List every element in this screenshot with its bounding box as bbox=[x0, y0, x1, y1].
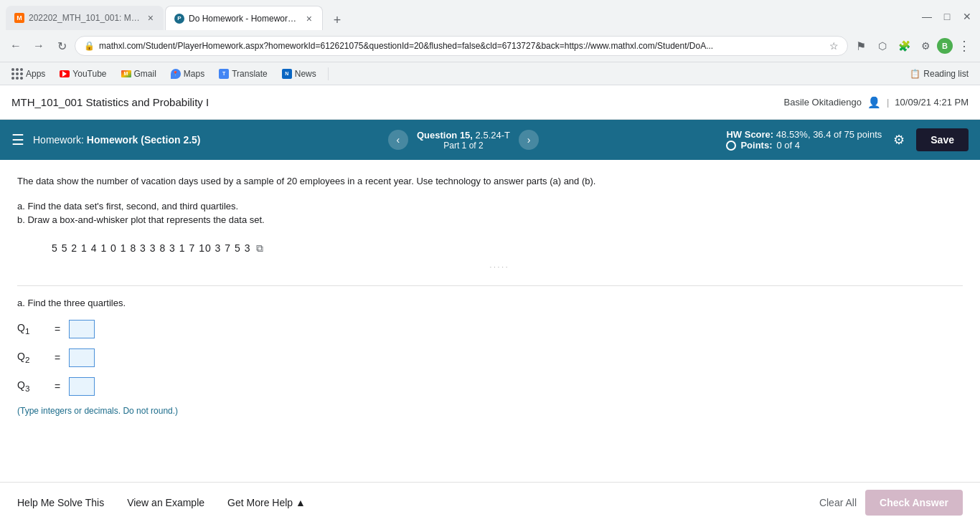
bookmarks-divider bbox=[328, 67, 329, 80]
q3-input[interactable] bbox=[69, 377, 95, 396]
tab2-close[interactable]: × bbox=[305, 11, 314, 26]
question-label: Question 15, bbox=[417, 130, 473, 141]
puzzle-icon[interactable]: ⚙ bbox=[915, 36, 936, 56]
q3-equals: = bbox=[55, 381, 60, 392]
part-b-label: b. Draw a box-and-whisker plot that repr… bbox=[17, 214, 963, 225]
user-name: Basile Okitadiengo bbox=[784, 97, 862, 108]
data-values: 5 5 2 1 4 1 0 1 8 3 3 8 3 1 7 10 3 7 5 3 bbox=[52, 242, 250, 254]
q1-label: Q1 bbox=[17, 322, 46, 336]
save-button[interactable]: Save bbox=[916, 128, 969, 151]
bookmark-apps-label: Apps bbox=[26, 69, 45, 79]
bookmark-apps[interactable]: Apps bbox=[6, 66, 51, 82]
points-circle-icon bbox=[726, 141, 736, 151]
data-values-row: 5 5 2 1 4 1 0 1 8 3 3 8 3 1 7 10 3 7 5 3… bbox=[52, 242, 963, 255]
q1-subscript: 1 bbox=[25, 326, 29, 336]
reading-list-icon: 📋 bbox=[910, 69, 920, 79]
score-section: HW Score: 48.53%, 36.4 of 75 points Poin… bbox=[726, 129, 882, 151]
q2-letter: Q bbox=[17, 351, 25, 362]
reading-list-button[interactable]: 📋 Reading list bbox=[904, 67, 974, 81]
main-content: The data show the number of vacation day… bbox=[0, 160, 980, 447]
q3-label: Q3 bbox=[17, 379, 46, 393]
bookmark-gmail[interactable]: M Gmail bbox=[116, 67, 162, 81]
youtube-icon bbox=[60, 70, 70, 77]
address-text: mathxl.com/Student/PlayerHomework.aspx?h… bbox=[99, 41, 825, 51]
q2-label: Q2 bbox=[17, 351, 46, 364]
hw-score-detail: 36.4 of 75 points bbox=[813, 129, 882, 140]
tab-1[interactable]: M 202202_MTH_101_001: MyLab St... × bbox=[6, 6, 164, 30]
browser-chrome: M 202202_MTH_101_001: MyLab St... × P Do… bbox=[0, 0, 980, 85]
app-header: MTH_101_001 Statistics and Probability I… bbox=[0, 85, 980, 120]
prev-question-button[interactable]: ‹ bbox=[388, 130, 408, 150]
next-question-button[interactable]: › bbox=[519, 130, 539, 150]
q1-letter: Q bbox=[17, 322, 25, 333]
points-value: 0 of 4 bbox=[777, 140, 801, 151]
settings-button[interactable]: ⚙ bbox=[887, 128, 910, 151]
bookmark-maps[interactable]: 📍 Maps bbox=[165, 67, 210, 81]
refresh-button[interactable]: ↻ bbox=[52, 36, 72, 56]
user-icon: 👤 bbox=[867, 96, 881, 109]
course-title: MTH_101_001 Statistics and Probability I bbox=[11, 96, 209, 108]
tab2-favicon: P bbox=[174, 14, 184, 24]
window-maximize-button[interactable]: □ bbox=[937, 6, 957, 27]
tab1-close[interactable]: × bbox=[146, 11, 155, 25]
screenshot-icon[interactable]: ⬡ bbox=[872, 36, 892, 56]
bookmark-gmail-label: Gmail bbox=[134, 69, 156, 79]
window-minimize-button[interactable]: — bbox=[917, 6, 937, 27]
q1-row: Q1 = bbox=[17, 320, 963, 338]
star-icon[interactable]: ☆ bbox=[829, 40, 839, 52]
q1-equals: = bbox=[55, 323, 60, 335]
new-tab-button[interactable]: + bbox=[327, 10, 347, 30]
extensions-icon[interactable]: 🧩 bbox=[894, 36, 914, 56]
gmail-icon: M bbox=[121, 70, 131, 77]
back-button[interactable]: ← bbox=[6, 36, 26, 56]
tab-2[interactable]: P Do Homework - Homework (Sec... × bbox=[165, 6, 323, 30]
lock-icon: 🔒 bbox=[84, 41, 95, 51]
q2-equals: = bbox=[55, 352, 60, 364]
reading-list-label: Reading list bbox=[923, 69, 969, 79]
hw-score-label: HW Score: bbox=[726, 129, 773, 140]
tab2-title: Do Homework - Homework (Sec... bbox=[189, 14, 301, 24]
q1-input[interactable] bbox=[69, 320, 95, 338]
bookmark-news[interactable]: N News bbox=[276, 67, 322, 81]
news-icon: N bbox=[282, 69, 292, 79]
section-a-label: a. Find the three quartiles. bbox=[17, 298, 963, 308]
datetime: 10/09/21 4:21 PM bbox=[895, 97, 969, 108]
part-a-label: a. Find the data set's first, second, an… bbox=[17, 201, 963, 212]
homework-title: Homework (Section 2.5) bbox=[87, 134, 201, 146]
bookmark-translate-label: Translate bbox=[232, 69, 268, 79]
q2-row: Q2 = bbox=[17, 348, 963, 367]
tab1-title: 202202_MTH_101_001: MyLab St... bbox=[29, 13, 142, 23]
address-bar[interactable]: 🔒 mathxl.com/Student/PlayerHomework.aspx… bbox=[75, 36, 848, 56]
bookmark-translate[interactable]: T Translate bbox=[213, 67, 273, 81]
points-label: Points: bbox=[740, 140, 772, 151]
q3-subscript: 3 bbox=[25, 384, 29, 393]
q2-input[interactable] bbox=[69, 348, 95, 367]
hw-score-value: 48.53%, bbox=[776, 129, 811, 140]
question-main: Question 15, 2.5.24-T bbox=[417, 130, 510, 141]
chrome-menu-button[interactable]: ⋮ bbox=[954, 36, 974, 56]
question-code: 2.5.24-T bbox=[476, 130, 510, 141]
apps-grid-icon bbox=[11, 68, 23, 80]
user-info: Basile Okitadiengo 👤 | 10/09/21 4:21 PM bbox=[784, 96, 969, 109]
copy-icon[interactable]: ⧉ bbox=[256, 242, 264, 255]
hw-score-row: HW Score: 48.53%, 36.4 of 75 points bbox=[726, 129, 882, 140]
bookmarks-bar: Apps YouTube M Gmail 📍 Maps T Translate … bbox=[0, 62, 980, 85]
tab1-favicon: M bbox=[14, 13, 24, 23]
separator: | bbox=[887, 97, 889, 108]
bookmark-youtube-label: YouTube bbox=[72, 69, 106, 79]
maps-icon: 📍 bbox=[171, 69, 181, 79]
bookmark-youtube[interactable]: YouTube bbox=[54, 67, 112, 81]
hamburger-menu-button[interactable]: ☰ bbox=[11, 131, 24, 148]
hint-text: (Type integers or decimals. Do not round… bbox=[17, 406, 963, 416]
points-row: Points: 0 of 4 bbox=[726, 140, 882, 151]
profile-avatar[interactable]: B bbox=[937, 38, 953, 54]
nav-bar: ← → ↻ 🔒 mathxl.com/Student/PlayerHomewor… bbox=[0, 30, 980, 62]
window-close-button[interactable]: ✕ bbox=[957, 6, 977, 27]
homework-label: Homework: bbox=[33, 134, 84, 146]
homework-bar: ☰ Homework: Homework (Section 2.5) ‹ Que… bbox=[0, 120, 980, 160]
q3-letter: Q bbox=[17, 379, 25, 391]
media-icon[interactable]: ⚑ bbox=[851, 36, 871, 56]
forward-button[interactable]: → bbox=[29, 36, 49, 56]
bookmark-news-label: News bbox=[295, 69, 316, 79]
question-nav: ‹ Question 15, 2.5.24-T Part 1 of 2 › bbox=[388, 130, 539, 151]
